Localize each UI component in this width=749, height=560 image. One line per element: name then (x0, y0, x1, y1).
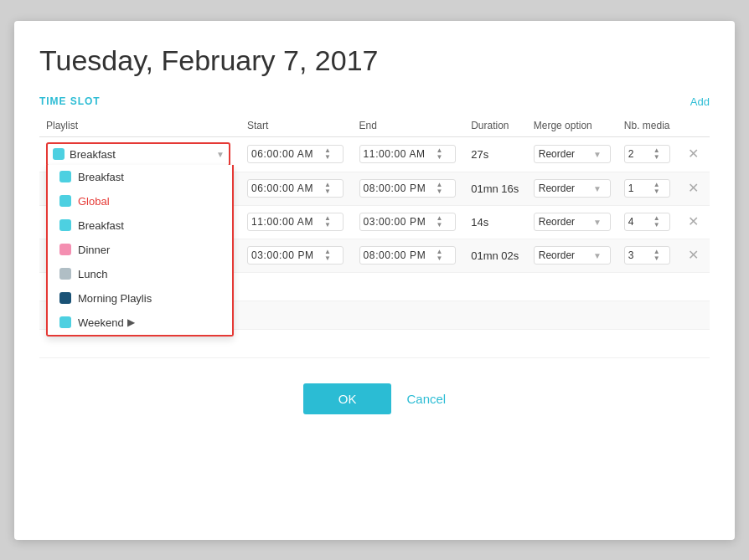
end-cell: ▲ ▼ (353, 205, 465, 239)
end-input-wrapper[interactable]: ▲ ▼ (359, 213, 456, 231)
color-dot (59, 268, 71, 280)
nb-down-btn[interactable]: ▼ (653, 188, 660, 195)
start-input[interactable] (251, 216, 323, 228)
start-cell: ▲ ▼ (240, 136, 353, 172)
dropdown-item-morning[interactable]: Morning Playlis (48, 286, 232, 311)
end-spinner[interactable]: ▲ ▼ (436, 182, 443, 195)
nb-down-btn[interactable]: ▼ (653, 222, 660, 229)
end-spinner[interactable]: ▲ ▼ (436, 147, 443, 161)
dropdown-item-breakfast1[interactable]: Breakfast (48, 165, 232, 189)
nb-media-wrapper[interactable]: ▲ ▼ (624, 246, 670, 265)
delete-cell: ✕ (678, 239, 710, 272)
end-cell: ▲ ▼ (353, 136, 465, 172)
table-wrapper: Playlist Start End Duration Merge option… (39, 115, 710, 358)
nb-spinner[interactable]: ▲ ▼ (653, 215, 660, 229)
start-input[interactable] (251, 148, 323, 160)
color-dot (59, 244, 71, 255)
start-input-wrapper[interactable]: ▲ ▼ (247, 179, 344, 198)
merge-select[interactable]: Reorder (539, 182, 593, 194)
nb-media-wrapper[interactable]: ▲ ▼ (624, 145, 670, 163)
merge-chevron-icon: ▼ (593, 251, 606, 260)
dropdown-item-breakfast2[interactable]: Breakfast (48, 213, 232, 238)
merge-select-wrapper[interactable]: Reorder ▼ (534, 246, 611, 265)
nb-spinner[interactable]: ▲ ▼ (653, 249, 660, 262)
merge-cell: Reorder ▼ (527, 172, 617, 205)
end-input[interactable] (364, 249, 435, 261)
start-down-btn[interactable]: ▼ (324, 188, 331, 195)
nb-media-input[interactable] (628, 182, 652, 194)
nb-media-cell: ▲ ▼ (617, 205, 678, 239)
playlist-value[interactable]: Breakfast (68, 144, 216, 165)
delete-row-button[interactable]: ✕ (684, 182, 702, 195)
nb-down-btn[interactable]: ▼ (653, 154, 660, 161)
dropdown-item-label: Lunch (78, 268, 107, 280)
playlist-color-dot (53, 148, 65, 160)
delete-row-button[interactable]: ✕ (684, 215, 702, 229)
start-input-wrapper[interactable]: ▲ ▼ (247, 145, 344, 163)
nb-down-btn[interactable]: ▼ (653, 255, 660, 262)
end-input-wrapper[interactable]: ▲ ▼ (359, 145, 456, 163)
start-down-btn[interactable]: ▼ (324, 222, 331, 229)
dropdown-item-dinner[interactable]: Dinner (48, 238, 232, 262)
duration-cell: 27s (464, 136, 527, 172)
dialog-title: Tuesday, February 7, 2017 (39, 44, 710, 77)
color-dot (59, 292, 71, 304)
nb-media-wrapper[interactable]: ▲ ▼ (624, 179, 670, 198)
nb-media-input[interactable] (628, 216, 652, 228)
end-input-wrapper[interactable]: ▲ ▼ (359, 246, 456, 265)
start-spinner[interactable]: ▲ ▼ (324, 147, 331, 161)
nb-media-input[interactable] (628, 148, 652, 160)
merge-select-wrapper[interactable]: Reorder ▼ (534, 213, 611, 231)
add-link[interactable]: Add (690, 95, 710, 108)
end-down-btn[interactable]: ▼ (436, 154, 443, 161)
table-row: Breakfast ▼ Breakfast Global (39, 136, 710, 172)
start-cell: ▲ ▼ (240, 239, 353, 272)
delete-row-button[interactable]: ✕ (684, 249, 702, 262)
dropdown-item-lunch[interactable]: Lunch (48, 262, 232, 286)
nb-media-wrapper[interactable]: ▲ ▼ (624, 213, 670, 231)
dropdown-item-label: Morning Playlis (78, 292, 152, 305)
merge-select-wrapper[interactable]: Reorder ▼ (534, 145, 611, 163)
merge-cell: Reorder ▼ (527, 205, 617, 239)
nb-spinner[interactable]: ▲ ▼ (653, 182, 660, 195)
end-down-btn[interactable]: ▼ (436, 222, 443, 229)
end-down-btn[interactable]: ▼ (436, 255, 443, 262)
playlist-select-wrapper[interactable]: Breakfast ▼ Breakfast Global (46, 142, 230, 167)
merge-select[interactable]: Reorder (539, 249, 593, 261)
delete-cell: ✕ (678, 205, 710, 239)
end-spinner[interactable]: ▲ ▼ (436, 249, 443, 262)
nb-spinner[interactable]: ▲ ▼ (653, 147, 660, 161)
cancel-button[interactable]: Cancel (406, 392, 446, 406)
col-start: Start (240, 115, 353, 137)
nb-media-input[interactable] (628, 249, 652, 261)
start-input-wrapper[interactable]: ▲ ▼ (247, 213, 344, 231)
start-spinner[interactable]: ▲ ▼ (324, 249, 331, 262)
start-input[interactable] (251, 182, 323, 194)
end-input[interactable] (364, 182, 435, 194)
start-down-btn[interactable]: ▼ (324, 255, 331, 262)
merge-select-wrapper[interactable]: Reorder ▼ (534, 179, 611, 198)
merge-select[interactable]: Reorder (539, 216, 593, 228)
merge-chevron-icon: ▼ (593, 184, 606, 193)
start-input-wrapper[interactable]: ▲ ▼ (247, 246, 344, 265)
end-down-btn[interactable]: ▼ (436, 188, 443, 195)
start-cell: ▲ ▼ (240, 205, 353, 239)
delete-cell: ✕ (678, 136, 710, 172)
end-input[interactable] (364, 148, 435, 160)
start-spinner[interactable]: ▲ ▼ (324, 215, 331, 229)
start-input[interactable] (251, 249, 323, 261)
col-end: End (353, 115, 465, 137)
end-input[interactable] (364, 216, 435, 228)
dropdown-item-weekend[interactable]: Weekend ▶ (48, 311, 232, 335)
duration-value: 27s (471, 148, 488, 161)
color-dot (59, 171, 71, 182)
end-input-wrapper[interactable]: ▲ ▼ (359, 179, 456, 198)
ok-button[interactable]: OK (303, 383, 392, 414)
merge-select[interactable]: Reorder (539, 148, 593, 160)
end-spinner[interactable]: ▲ ▼ (436, 215, 443, 229)
start-spinner[interactable]: ▲ ▼ (324, 182, 331, 195)
duration-cell: 14s (464, 205, 527, 239)
delete-row-button[interactable]: ✕ (684, 147, 702, 161)
dropdown-item-global[interactable]: Global (48, 189, 232, 213)
start-down-btn[interactable]: ▼ (324, 154, 331, 161)
